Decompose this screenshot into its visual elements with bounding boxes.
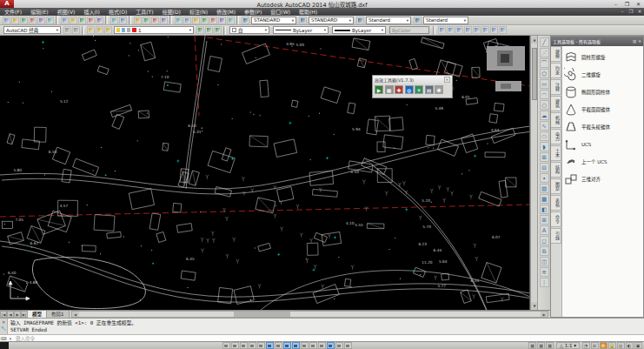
chevron-down-icon[interactable]: ▾ — [347, 18, 351, 23]
tool-palettes-titlebar[interactable]: 工具选项板 - 所有选项板 ▤ ✕ — [551, 37, 643, 46]
workspace-dropdown[interactable]: AutoCAD 经典▾ — [3, 26, 61, 34]
table-style-icon[interactable] — [356, 17, 364, 24]
arc-icon[interactable]: ◠ — [540, 90, 549, 99]
update-icon[interactable] — [490, 26, 498, 34]
survey-tool-icon[interactable]: ✚ — [395, 85, 403, 94]
sheetset-icon[interactable] — [438, 26, 446, 34]
make-object-layer-current-icon[interactable] — [196, 26, 204, 34]
command-input-row[interactable]: ⌨ ▾ 键入命令 — [0, 334, 644, 341]
minimize-button[interactable]: – — [610, 0, 621, 8]
circle-icon[interactable]: ○ — [540, 100, 549, 110]
menu-item-9[interactable]: 修改(M) — [212, 8, 240, 16]
palette-tab-9[interactable]: 图案 — [551, 178, 561, 194]
menu-item-11[interactable]: 窗口(W) — [266, 8, 295, 16]
palette-item-8[interactable]: 三维对齐 — [564, 171, 641, 188]
menu-item-4[interactable]: 插入(I) — [79, 8, 103, 16]
title-bar[interactable]: A Autodesk AutoCAD 2014 仙山双城路.dxf – ❐ ✕ — [0, 0, 644, 8]
multiline-text-icon[interactable]: A — [540, 225, 549, 235]
offset-icon[interactable]: ≋ — [540, 267, 549, 277]
terrain-tool-icon[interactable]: ✳ — [415, 85, 423, 94]
palette-tab-5[interactable]: 机械 — [551, 112, 561, 128]
workspace-switch-button[interactable]: ⚙ — [600, 342, 607, 349]
match-properties-icon[interactable] — [87, 17, 95, 24]
run-tool-icon[interactable]: ▶ — [375, 85, 383, 94]
block-editor-icon[interactable] — [96, 17, 103, 24]
annotation-scale-button[interactable]: △ 1:1 ▾ — [556, 342, 580, 349]
command-close-icon[interactable]: ✕ — [2, 319, 5, 326]
menu-item-2[interactable]: 编辑(E) — [26, 8, 52, 16]
palette-tab-10[interactable]: 表格 — [551, 195, 561, 211]
text-style-dropdown[interactable]: STANDARD▾ — [251, 17, 296, 24]
polar-tracking-toggle[interactable] — [257, 342, 265, 349]
tab-last-icon[interactable]: ▶| — [21, 311, 28, 318]
tab-first-icon[interactable]: |◀ — [0, 311, 7, 318]
pan-icon[interactable] — [134, 17, 142, 24]
plot-icon[interactable] — [29, 17, 37, 24]
command-recent-arrow-icon[interactable]: ▾ — [7, 336, 14, 341]
redo-icon[interactable] — [119, 17, 127, 24]
dynamic-ucs-toggle[interactable] — [292, 342, 300, 349]
erase-icon[interactable]: ◻ — [540, 236, 549, 245]
layer-properties-icon[interactable] — [87, 26, 95, 34]
palette-tab-12[interactable]: 引线 — [551, 228, 561, 244]
block-attr-icon[interactable] — [455, 26, 463, 34]
ortho-mode-toggle[interactable] — [249, 342, 256, 349]
tool-palettes-icon[interactable] — [192, 17, 200, 24]
canvas-horizontal-scrollbar[interactable]: ◀ ▶ — [71, 311, 548, 318]
chevron-down-icon[interactable]: ▾ — [322, 28, 326, 32]
palette-item-4[interactable]: 平截面圆锥体 — [564, 101, 641, 118]
designcenter-icon[interactable] — [183, 17, 191, 24]
layer-previous2-icon[interactable] — [214, 26, 222, 34]
lineweight-dropdown[interactable]: ByLayer▾ — [332, 26, 386, 34]
layer-previous-icon[interactable] — [104, 26, 112, 34]
palette-tab-2[interactable]: 约束 — [551, 63, 561, 78]
make-block-icon[interactable]: ⊟ — [540, 163, 549, 172]
markup-set-icon[interactable] — [447, 26, 455, 34]
polygon-icon[interactable]: ⬠ — [540, 69, 549, 78]
quick-view-drawings-button[interactable]: ▦ — [546, 342, 554, 349]
palette-item-3[interactable]: 椭圆形圆柱体 — [564, 84, 641, 101]
chevron-down-icon[interactable]: ▾ — [289, 18, 294, 23]
new-icon[interactable] — [3, 17, 10, 24]
infer-constraints-toggle[interactable] — [222, 342, 230, 349]
palette-tab-1[interactable]: 建模 — [551, 46, 561, 62]
canvas-vertical-scrollbar[interactable]: ▲ ▼ — [530, 36, 537, 310]
model-space-button[interactable]: ▦ — [528, 342, 536, 349]
palette-item-6[interactable]: UCS — [564, 136, 641, 153]
doc-close-icon[interactable]: ✕ — [635, 8, 644, 16]
array-icon[interactable]: ⋮ — [540, 278, 549, 287]
menu-item-7[interactable]: 绘图(D) — [158, 8, 185, 16]
layer-dropdown[interactable]: 1▾ — [114, 26, 194, 34]
globe-tool-icon[interactable]: ◍ — [405, 85, 414, 94]
insert-block-icon[interactable]: ⊞ — [540, 152, 549, 162]
quickcalc2-icon[interactable] — [473, 26, 481, 34]
autoscale-button[interactable]: ⚖ — [591, 342, 599, 349]
object-snap-toggle[interactable] — [266, 342, 274, 349]
palette-tab-3[interactable]: 注释 — [551, 79, 561, 95]
maximize-button[interactable]: ❐ — [621, 0, 633, 8]
plugin-toolbox-close-icon[interactable]: ✕ — [444, 77, 450, 83]
hscroll-thumb[interactable] — [234, 312, 291, 317]
selection-cycling-toggle[interactable] — [335, 342, 343, 349]
menu-item-6[interactable]: 工具(T) — [131, 8, 157, 16]
cut-icon[interactable] — [61, 17, 69, 24]
menu-item-5[interactable]: 格式(O) — [104, 8, 131, 16]
quickcalc-icon[interactable] — [218, 17, 226, 24]
chevron-down-icon[interactable]: ▾ — [262, 28, 267, 32]
palette-item-2[interactable]: 二维螺旋 — [564, 66, 641, 84]
layers-tool-icon[interactable]: ▤ — [425, 85, 434, 94]
layer-states-icon[interactable] — [96, 26, 103, 34]
revision-cloud-icon[interactable]: ☁ — [540, 111, 549, 120]
region-icon[interactable]: ◧ — [540, 205, 549, 214]
command-history-lines[interactable]: 输入 IMAGEFRAME 的新值 <1>: 0 正在重生成模型。 SETVAR… — [8, 319, 644, 334]
chevron-down-icon[interactable]: ▾ — [404, 18, 408, 23]
gradient-icon[interactable]: ▩ — [540, 194, 549, 204]
snap-mode-toggle[interactable] — [231, 342, 239, 349]
table-style-dropdown[interactable]: Standard▾ — [366, 17, 411, 24]
mleader-style-icon[interactable] — [414, 17, 422, 24]
app-menu-button[interactable]: A — [0, 0, 14, 8]
ellipse-icon[interactable]: ⬭ — [540, 131, 549, 141]
palette-item-7[interactable]: 上一个 UCS — [564, 153, 641, 171]
save-workspace-icon[interactable] — [72, 26, 80, 34]
tab-prev-icon[interactable]: ◀ — [7, 311, 14, 318]
